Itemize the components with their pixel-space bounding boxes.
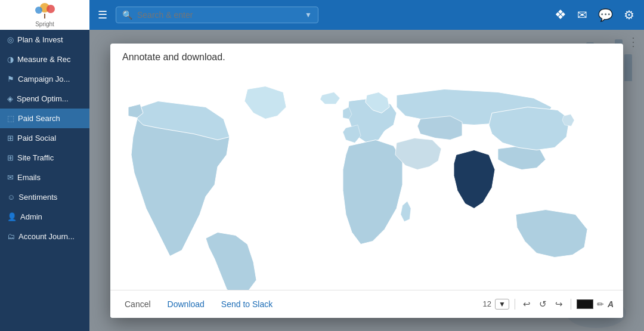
account-journ-icon: 🗂 bbox=[7, 232, 15, 241]
chat-icon[interactable]: 💬 bbox=[598, 8, 613, 22]
sidebar-item-emails[interactable]: ✉ Emails bbox=[0, 168, 89, 187]
sidebar-item-account-journ[interactable]: 🗂 Account Journ... bbox=[0, 227, 89, 246]
text-tool-icon[interactable]: A bbox=[608, 299, 614, 309]
modal-overlay: Annotate and download. bbox=[89, 30, 644, 331]
sentiments-icon: ☺ bbox=[7, 193, 15, 202]
modal-map-area bbox=[110, 67, 623, 290]
divider bbox=[515, 299, 515, 310]
undo-button[interactable]: ↩ bbox=[521, 298, 533, 311]
sidebar-item-paid-search[interactable]: ⬚ Paid Search bbox=[0, 109, 89, 128]
site-traffic-icon: ⊞ bbox=[7, 153, 14, 162]
logo-area: Spright bbox=[0, 0, 89, 30]
world-map bbox=[110, 67, 623, 290]
plan-invest-icon: ◎ bbox=[7, 35, 14, 44]
sidebar: ◎ Plan & Invest ◑ Measure & Rec ⚑ Campai… bbox=[0, 30, 89, 331]
download-button[interactable]: Download bbox=[163, 296, 209, 312]
cancel-button[interactable]: Cancel bbox=[120, 296, 156, 312]
redo-button[interactable]: ↪ bbox=[553, 298, 565, 311]
svg-point-1 bbox=[35, 7, 42, 14]
svg-rect-3 bbox=[44, 14, 45, 18]
modal-title: Annotate and download. bbox=[110, 44, 623, 67]
send-to-slack-button[interactable]: Send to Slack bbox=[216, 296, 277, 312]
page-number: 12 bbox=[483, 299, 491, 308]
divider bbox=[571, 299, 571, 310]
logo-text: Spright bbox=[35, 21, 54, 27]
modal-footer: Cancel Download Send to Slack 12 ▼ ↩ ↺ ↪… bbox=[110, 290, 623, 318]
measure-rec-icon: ◑ bbox=[7, 55, 14, 64]
svg-point-2 bbox=[47, 5, 55, 13]
sidebar-item-site-traffic[interactable]: ⊞ Site Traffic bbox=[0, 148, 89, 168]
search-dropdown-icon[interactable]: ▼ bbox=[305, 11, 312, 19]
modal-dialog: Annotate and download. bbox=[110, 44, 623, 318]
campaign-jo-icon: ⚑ bbox=[7, 75, 14, 83]
footer-controls: 12 ▼ ↩ ↺ ↪ ✏ A bbox=[483, 298, 614, 311]
emails-icon: ✉ bbox=[7, 173, 14, 182]
sidebar-item-label: Site Traffic bbox=[17, 153, 54, 162]
page-input[interactable]: ▼ bbox=[495, 299, 509, 310]
search-input[interactable] bbox=[137, 10, 300, 20]
search-bar: 🔍 ▼ bbox=[116, 7, 318, 23]
sidebar-item-label: Sentiments bbox=[18, 193, 57, 202]
sidebar-item-label: Campaign Jo... bbox=[18, 75, 70, 83]
app-switcher-icon[interactable]: ❖ bbox=[555, 7, 566, 23]
topbar-actions: ❖ ✉ 💬 ⚙ bbox=[555, 7, 644, 23]
settings-icon[interactable]: ⚙ bbox=[624, 8, 634, 22]
sidebar-item-campaign-jo[interactable]: ⚑ Campaign Jo... bbox=[0, 69, 89, 89]
sidebar-item-measure-rec[interactable]: ◑ Measure & Rec bbox=[0, 50, 89, 69]
color-picker[interactable] bbox=[577, 299, 593, 309]
draw-tool-icon[interactable]: ✏ bbox=[597, 299, 604, 309]
sidebar-item-label: Measure & Rec bbox=[17, 55, 71, 64]
content-area: ⋮ Conversions Impressions Clicks bbox=[89, 30, 644, 331]
sidebar-item-plan-invest[interactable]: ◎ Plan & Invest bbox=[0, 30, 89, 50]
sidebar-item-label: Paid Search bbox=[18, 114, 60, 123]
mail-icon[interactable]: ✉ bbox=[577, 8, 587, 22]
spend-optim-icon: ◈ bbox=[7, 94, 13, 103]
sidebar-item-label: Emails bbox=[17, 173, 41, 182]
admin-icon: 👤 bbox=[7, 212, 17, 221]
sidebar-item-sentiments[interactable]: ☺ Sentiments bbox=[0, 187, 89, 207]
menu-icon[interactable]: ☰ bbox=[89, 8, 116, 21]
sidebar-item-admin[interactable]: 👤 Admin bbox=[0, 207, 89, 227]
paid-social-icon: ⊞ bbox=[7, 134, 14, 143]
sidebar-item-paid-social[interactable]: ⊞ Paid Social bbox=[0, 128, 89, 148]
sidebar-item-label: Account Journ... bbox=[18, 232, 75, 241]
search-icon: 🔍 bbox=[122, 10, 132, 20]
rotate-button[interactable]: ↺ bbox=[537, 298, 549, 311]
paid-search-icon: ⬚ bbox=[7, 114, 14, 123]
sidebar-item-label: Spend Optim... bbox=[17, 94, 69, 103]
sidebar-item-spend-optim[interactable]: ◈ Spend Optim... bbox=[0, 89, 89, 109]
sidebar-item-label: Plan & Invest bbox=[17, 35, 63, 44]
sidebar-item-label: Admin bbox=[20, 212, 42, 221]
sidebar-item-label: Paid Social bbox=[17, 134, 56, 143]
logo-icon bbox=[27, 3, 63, 21]
